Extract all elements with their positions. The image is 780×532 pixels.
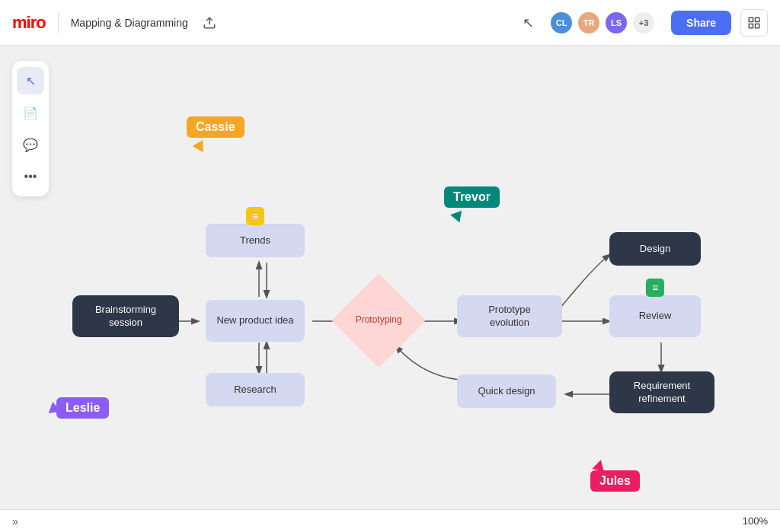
cassie-label: Cassie <box>187 116 245 138</box>
avatars: CL TR LS +3 <box>549 11 656 35</box>
upload-icon <box>203 16 216 30</box>
prototyping-container: Prototyping <box>345 287 412 354</box>
review-icon: ≡ <box>646 279 664 297</box>
trends-node[interactable]: ≡ Trends <box>206 224 305 257</box>
trends-icon: ≡ <box>246 207 264 225</box>
svg-rect-4 <box>749 24 753 27</box>
canvas: Brainstorming session ≡ Trends New produ… <box>0 46 780 509</box>
avatar-2: TR <box>577 11 601 35</box>
comment-tool[interactable]: 💬 <box>17 131 44 158</box>
avatar-more: +3 <box>631 11 656 35</box>
brainstorming-node[interactable]: Brainstorming session <box>72 295 179 337</box>
avatar-1: CL <box>549 11 574 35</box>
review-node[interactable]: ≡ Review <box>609 295 701 337</box>
logo-divider <box>58 12 59 33</box>
svg-rect-2 <box>756 18 759 21</box>
new-product-node[interactable]: New product idea <box>206 300 305 342</box>
template-button[interactable] <box>740 9 768 37</box>
trevor-arrow <box>450 211 465 225</box>
prototype-evolution-node[interactable]: Prototype evolution <box>457 295 562 337</box>
share-button[interactable]: Share <box>671 11 731 35</box>
research-node[interactable]: Research <box>206 373 305 406</box>
requirement-node[interactable]: Requirement refinement <box>609 371 714 413</box>
expand-button[interactable]: » <box>12 515 18 527</box>
prototyping-label: Prototyping <box>356 314 402 327</box>
avatar-3: LS <box>604 11 628 35</box>
jules-label: Jules <box>590 470 640 492</box>
sticky-tool[interactable]: 📄 <box>17 99 44 126</box>
trevor-label: Trevor <box>444 186 500 208</box>
svg-rect-1 <box>749 18 753 21</box>
cassie-arrow <box>193 140 209 155</box>
more-tools[interactable]: ••• <box>17 163 44 190</box>
left-toolbar: ↖ 📄 💬 ••• <box>12 61 49 196</box>
design-node[interactable]: Design <box>609 232 701 266</box>
template-icon <box>747 16 761 30</box>
zoom-level: 100% <box>743 515 768 527</box>
bottom-bar: » 100% <box>0 509 780 532</box>
svg-rect-3 <box>756 24 759 27</box>
select-tool[interactable]: ↖ <box>17 67 44 94</box>
quick-design-node[interactable]: Quick design <box>457 374 556 408</box>
header: miro Mapping & Diagramming ↖ CL TR LS +3… <box>0 0 780 46</box>
cursor-tool-icon: ↖ <box>523 14 534 31</box>
leslie-label: Leslie <box>56 397 109 419</box>
diagram-arrows <box>0 46 780 509</box>
board-title: Mapping & Diagramming <box>71 17 188 29</box>
logo: miro <box>12 13 46 33</box>
upload-button[interactable] <box>197 11 222 35</box>
